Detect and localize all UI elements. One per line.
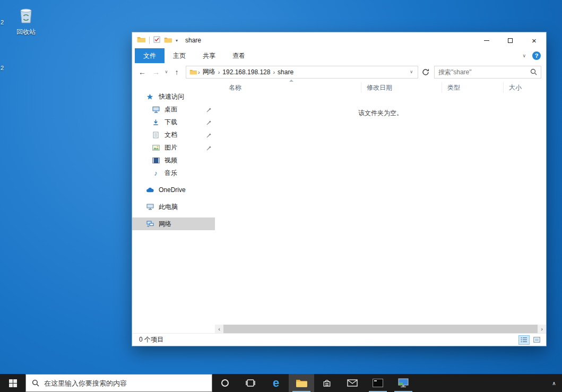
minimize-button[interactable]	[474, 32, 498, 48]
toolbar-divider	[149, 37, 150, 44]
command-prompt-icon	[373, 379, 383, 387]
column-header-name[interactable]: 名称	[215, 82, 361, 93]
horizontal-scrollbar[interactable]: ‹ ›	[215, 325, 546, 333]
details-view-button[interactable]	[518, 335, 530, 345]
new-folder-icon[interactable]	[164, 36, 172, 45]
tab-home[interactable]: 主页	[165, 48, 194, 63]
sidebar-item-documents[interactable]: 文档	[132, 128, 215, 141]
breadcrumb-host[interactable]: 192.168.198.128	[221, 68, 272, 76]
sidebar-item-music[interactable]: ♪ 音乐	[132, 167, 215, 179]
network-icon	[146, 220, 154, 228]
tab-file[interactable]: 文件	[135, 48, 165, 63]
sidebar-item-label: OneDrive	[159, 186, 186, 194]
details-view-icon	[521, 337, 528, 343]
mail-button[interactable]	[340, 374, 365, 392]
sidebar-item-videos[interactable]: 视频	[132, 154, 215, 167]
properties-check-icon[interactable]	[153, 36, 160, 45]
empty-folder-message: 该文件夹为空。	[215, 109, 546, 118]
sidebar-item-this-pc[interactable]: 此电脑	[132, 201, 215, 213]
title-bar[interactable]: ▾ share ×	[132, 32, 546, 48]
recent-locations-chevron-icon[interactable]: ∨	[163, 66, 170, 79]
column-header-label: 类型	[447, 83, 460, 92]
sidebar-item-downloads[interactable]: 下载	[132, 116, 215, 128]
recycle-bin-icon[interactable]: 回收站	[11, 5, 41, 37]
column-header-label: 名称	[229, 83, 241, 92]
sidebar-item-quick-access[interactable]: 快速访问	[132, 90, 215, 103]
breadcrumb-separator: ›	[217, 69, 221, 75]
sidebar-item-label: 此电脑	[159, 203, 178, 212]
edge-button[interactable]: e	[263, 374, 289, 392]
app-folder-icon	[137, 36, 145, 45]
column-header-size[interactable]: 大小	[504, 82, 546, 93]
close-button[interactable]: ×	[522, 32, 546, 48]
breadcrumb-share[interactable]: share	[276, 68, 295, 76]
file-list-pane: 名称 修改日期 类型 大小 该文件夹为空。 ‹ ›	[215, 81, 546, 333]
sidebar-item-network[interactable]: 网络	[132, 217, 215, 230]
column-header-label: 修改日期	[367, 83, 392, 92]
maximize-button[interactable]	[498, 32, 522, 48]
view-toggles	[518, 335, 542, 345]
edge-icon: e	[273, 377, 279, 389]
window-controls: ×	[474, 32, 546, 48]
recycle-bin-glyph	[17, 5, 35, 24]
app-window-button[interactable]	[391, 374, 416, 392]
column-header-type[interactable]: 类型	[442, 82, 504, 93]
scroll-right-arrow-icon[interactable]: ›	[538, 325, 546, 333]
navigation-pane: 快速访问 桌面 下载	[132, 81, 215, 333]
file-explorer-folder-icon	[296, 378, 307, 388]
sort-ascending-icon	[289, 80, 293, 82]
scrollbar-thumb[interactable]	[223, 325, 538, 333]
item-count: 0 个项目	[139, 335, 163, 344]
scroll-left-arrow-icon[interactable]: ‹	[215, 325, 223, 333]
address-bar[interactable]: › 网络 › 192.168.198.128 › share ∨	[186, 66, 418, 79]
tab-view[interactable]: 查看	[224, 48, 254, 63]
sidebar-item-label: 快速访问	[159, 92, 184, 101]
back-button[interactable]: ←	[135, 66, 149, 79]
column-header-date-modified[interactable]: 修改日期	[361, 82, 442, 93]
quick-access-star-icon	[146, 93, 154, 101]
downloads-icon	[152, 118, 160, 126]
pin-icon	[206, 119, 211, 127]
refresh-button[interactable]	[419, 66, 432, 79]
customize-chevron-icon[interactable]: ▾	[176, 38, 178, 43]
window-title: share	[185, 37, 201, 44]
up-button[interactable]: ↑	[170, 66, 184, 79]
taskbar-search-input[interactable]	[44, 379, 206, 387]
onedrive-icon	[146, 186, 154, 194]
explorer-search-input[interactable]	[438, 68, 530, 76]
start-button[interactable]	[0, 374, 25, 392]
cortana-button[interactable]	[212, 374, 238, 392]
breadcrumb-separator: ›	[197, 69, 201, 75]
breadcrumb-network[interactable]: 网络	[201, 67, 217, 76]
forward-button[interactable]: →	[149, 66, 163, 79]
large-icons-view-button[interactable]	[531, 335, 542, 345]
taskbar-search-box[interactable]	[25, 374, 212, 392]
refresh-icon	[422, 68, 429, 76]
documents-icon	[152, 131, 160, 139]
desktop: 2 2 回收站 ▾ sh	[0, 0, 562, 392]
pin-icon	[206, 145, 211, 152]
help-icon[interactable]: ?	[532, 51, 541, 60]
sidebar-item-label: 视频	[165, 156, 177, 165]
sidebar-item-onedrive[interactable]: OneDrive	[132, 184, 215, 196]
recycle-bin-label: 回收站	[11, 28, 41, 37]
windows-logo-icon	[9, 379, 17, 387]
address-toolbar: ← → ∨ ↑ › 网络 › 192.168.198.128 › share ∨	[132, 63, 546, 81]
column-header-label: 大小	[509, 83, 522, 92]
sidebar-item-label: 桌面	[165, 105, 177, 114]
mail-envelope-icon	[347, 379, 358, 387]
monitor-app-icon	[398, 378, 409, 388]
explorer-search-box[interactable]	[434, 66, 541, 79]
expand-ribbon-chevron-icon[interactable]: ∨	[522, 53, 526, 58]
show-hidden-icons-button[interactable]: ∧	[546, 374, 562, 392]
sidebar-item-desktop[interactable]: 桌面	[132, 103, 215, 116]
file-explorer-button[interactable]	[289, 374, 314, 392]
sidebar-item-pictures[interactable]: 图片	[132, 141, 215, 154]
task-view-button[interactable]	[238, 374, 263, 392]
store-button[interactable]	[314, 374, 340, 392]
explorer-main: 快速访问 桌面 下载	[132, 81, 546, 333]
address-dropdown-chevron-icon[interactable]: ∨	[407, 69, 416, 74]
breadcrumb-separator: ›	[272, 69, 276, 75]
tab-share[interactable]: 共享	[194, 48, 224, 63]
command-prompt-button[interactable]	[365, 374, 391, 392]
